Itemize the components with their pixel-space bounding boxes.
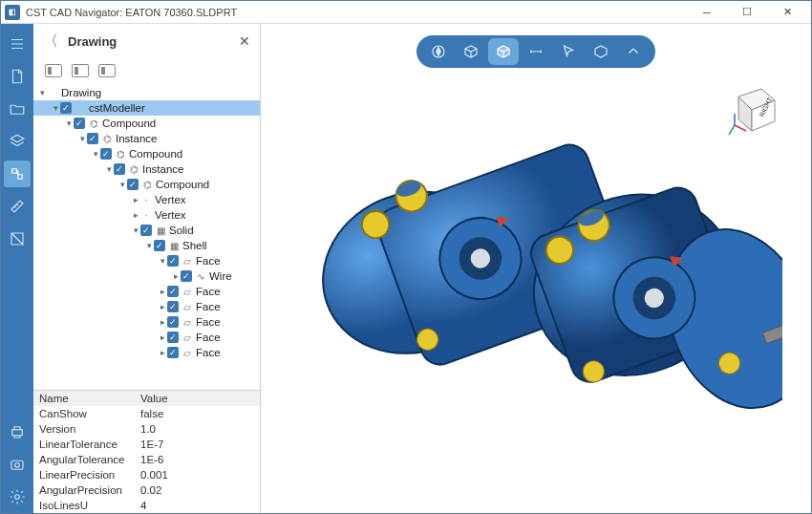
model-tree[interactable]: ▾Drawing▾cstModeller▾⌬Compound▾⌬Instance… bbox=[33, 83, 260, 390]
tree-twisty-icon[interactable]: ▾ bbox=[131, 225, 140, 235]
tree-twisty-icon[interactable]: ▸ bbox=[131, 195, 140, 204]
tree-row[interactable]: ▸∿Wire bbox=[33, 268, 260, 284]
tree-row[interactable]: ▾▱Face bbox=[33, 253, 260, 268]
tree-node-icon: ▦ bbox=[155, 225, 166, 236]
tree-twisty-icon[interactable]: ▾ bbox=[77, 134, 87, 143]
tree-row[interactable]: ▸·Vertex bbox=[33, 192, 260, 207]
tree-view-mode-3[interactable] bbox=[98, 64, 116, 77]
tree-row[interactable]: ▾⌬Instance bbox=[33, 131, 260, 146]
tree-twisty-icon[interactable]: ▸ bbox=[158, 332, 167, 342]
tree-row[interactable]: ▾▦Shell bbox=[33, 238, 260, 253]
select-tool-button[interactable] bbox=[553, 38, 584, 65]
drawing-tree-button[interactable] bbox=[4, 161, 31, 187]
open-file-button[interactable] bbox=[4, 96, 31, 122]
prop-row[interactable]: LinearPrecision0.001 bbox=[33, 467, 260, 482]
tree-node-label: Vertex bbox=[155, 209, 186, 221]
tree-twisty-icon[interactable]: ▾ bbox=[118, 180, 127, 189]
tree-row[interactable]: ▾▦Solid bbox=[33, 223, 260, 238]
tree-twisty-icon[interactable]: ▾ bbox=[51, 103, 60, 113]
measure-tool-button[interactable] bbox=[521, 38, 551, 65]
tree-row[interactable]: ▾⌬Compound bbox=[33, 146, 260, 161]
prop-name: Version bbox=[33, 423, 140, 435]
tree-checkbox[interactable] bbox=[167, 301, 179, 312]
tree-twisty-icon[interactable]: ▸ bbox=[158, 287, 167, 296]
tree-row[interactable]: ▸▱Face bbox=[33, 314, 260, 330]
tree-row[interactable]: ▸▱Face bbox=[33, 330, 260, 345]
tree-row[interactable]: ▾Drawing bbox=[33, 85, 260, 100]
prop-name: LinearTolerance bbox=[33, 439, 140, 450]
new-file-button[interactable] bbox=[4, 63, 31, 90]
tree-checkbox[interactable] bbox=[154, 240, 165, 251]
tree-checkbox[interactable] bbox=[100, 148, 112, 160]
viewport-3d[interactable]: RIGHT bbox=[261, 24, 811, 513]
tree-view-mode-1[interactable] bbox=[45, 64, 62, 77]
menu-button[interactable] bbox=[4, 31, 31, 57]
tree-checkbox[interactable] bbox=[114, 163, 125, 175]
tree-row[interactable]: ▸▱Face bbox=[33, 345, 260, 360]
window-title: CST CAD Navigator: EATON 70360.SLDPRT bbox=[26, 7, 237, 18]
tree-checkbox[interactable] bbox=[87, 133, 98, 144]
tree-row[interactable]: ▸▱Face bbox=[33, 299, 260, 314]
prop-row[interactable]: CanShowfalse bbox=[33, 406, 260, 421]
view-iso-button[interactable] bbox=[586, 38, 616, 65]
tree-node-icon: ▱ bbox=[182, 301, 193, 312]
close-button[interactable]: ✕ bbox=[767, 2, 807, 23]
tree-node-label: Instance bbox=[116, 133, 157, 144]
tree-twisty-icon[interactable]: ▸ bbox=[158, 348, 167, 357]
tree-twisty-icon[interactable]: ▸ bbox=[171, 271, 181, 281]
layers-button[interactable] bbox=[4, 128, 31, 155]
tree-checkbox[interactable] bbox=[127, 179, 139, 190]
panel-back-button[interactable]: 〈 bbox=[43, 32, 58, 52]
tree-twisty-icon[interactable]: ▾ bbox=[144, 241, 154, 250]
settings-button[interactable] bbox=[4, 483, 31, 510]
tree-twisty-icon[interactable]: ▾ bbox=[104, 164, 114, 174]
model-placeholder bbox=[299, 62, 782, 503]
tree-checkbox[interactable] bbox=[140, 225, 152, 236]
snapshot-button[interactable] bbox=[4, 451, 31, 478]
app-icon: ◧ bbox=[5, 5, 20, 20]
measure-button[interactable] bbox=[4, 193, 31, 220]
svg-point-2 bbox=[15, 463, 20, 468]
tree-twisty-icon[interactable]: ▾ bbox=[64, 118, 74, 128]
tree-checkbox[interactable] bbox=[74, 118, 85, 129]
prop-row[interactable]: Version1.0 bbox=[33, 421, 260, 437]
prop-value: 1E-6 bbox=[140, 454, 260, 465]
tree-twisty-icon[interactable]: ▾ bbox=[37, 88, 47, 97]
tree-twisty-icon[interactable]: ▸ bbox=[131, 210, 140, 220]
tree-checkbox[interactable] bbox=[60, 102, 72, 114]
minimize-button[interactable]: ─ bbox=[687, 2, 727, 23]
prop-row[interactable]: IsoLinesU4 bbox=[33, 498, 260, 513]
nav-compass-button[interactable] bbox=[423, 38, 454, 65]
tree-row[interactable]: ▾⌬Instance bbox=[33, 161, 260, 177]
tree-checkbox[interactable] bbox=[167, 255, 179, 267]
prop-value: 1.0 bbox=[140, 423, 260, 435]
tree-node-icon: ⌬ bbox=[128, 163, 139, 175]
tree-twisty-icon[interactable]: ▾ bbox=[158, 256, 167, 266]
tree-checkbox[interactable] bbox=[181, 270, 192, 282]
view-wireframe-button[interactable] bbox=[456, 38, 486, 65]
tree-twisty-icon[interactable]: ▾ bbox=[91, 149, 100, 159]
tree-checkbox[interactable] bbox=[167, 347, 179, 358]
tree-twisty-icon[interactable]: ▸ bbox=[158, 302, 167, 311]
panel-close-button[interactable]: ✕ bbox=[239, 33, 250, 49]
prop-row[interactable]: AngularTolerance1E-6 bbox=[33, 452, 260, 467]
maximize-button[interactable]: ☐ bbox=[727, 2, 767, 23]
tree-row[interactable]: ▾⌬Compound bbox=[33, 177, 260, 192]
tree-checkbox[interactable] bbox=[167, 286, 179, 297]
prop-row[interactable]: AngularPrecision0.02 bbox=[33, 482, 260, 498]
print-button[interactable] bbox=[4, 418, 31, 445]
tree-row[interactable]: ▾⌬Compound bbox=[33, 116, 260, 131]
tree-view-mode-2[interactable] bbox=[72, 64, 89, 77]
tree-checkbox[interactable] bbox=[167, 332, 179, 343]
tree-row[interactable]: ▸·Vertex bbox=[33, 207, 260, 223]
tree-row[interactable]: ▸▱Face bbox=[33, 284, 260, 299]
tree-node-label: Shell bbox=[182, 240, 207, 251]
tree-node-icon: ▦ bbox=[168, 240, 180, 251]
prop-row[interactable]: LinearTolerance1E-7 bbox=[33, 437, 260, 452]
tree-row[interactable]: ▾cstModeller bbox=[33, 100, 260, 116]
section-button[interactable] bbox=[4, 225, 31, 252]
collapse-toolbar-button[interactable] bbox=[618, 38, 649, 65]
tree-twisty-icon[interactable]: ▸ bbox=[158, 317, 167, 327]
tree-checkbox[interactable] bbox=[167, 316, 179, 328]
view-shaded-button[interactable] bbox=[488, 38, 519, 65]
